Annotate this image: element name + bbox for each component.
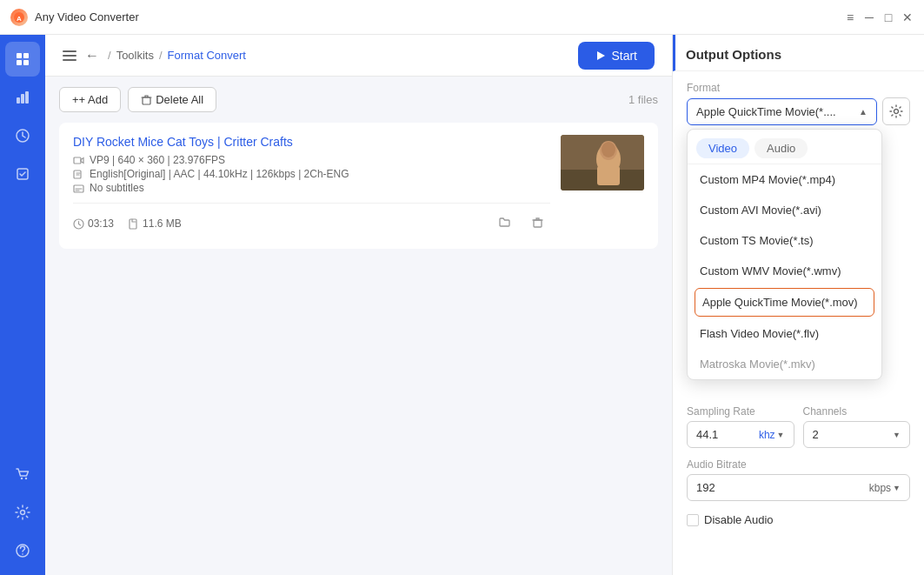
audio-bitrate-row: Audio Bitrate 192 kbps ▼ bbox=[687, 458, 910, 501]
breadcrumb-parent[interactable]: Toolkits bbox=[116, 49, 154, 62]
audio-meta-row: English[Original] | AAC | 44.10kHz | 126… bbox=[73, 168, 550, 180]
folder-action-btn[interactable] bbox=[491, 211, 517, 237]
file-count: 1 files bbox=[628, 93, 658, 106]
svg-rect-23 bbox=[534, 220, 542, 227]
file-size: 11.6 MB bbox=[143, 217, 182, 230]
dropdown-item-mov[interactable]: Apple QuickTime Movie(*.mov) bbox=[695, 288, 874, 317]
dropdown-item-wmv[interactable]: Custom WMV Movie(*.wmv) bbox=[688, 256, 881, 286]
svg-point-12 bbox=[25, 478, 27, 479]
svg-point-29 bbox=[602, 142, 615, 157]
breadcrumb-sep2: / bbox=[159, 49, 163, 62]
svg-point-15 bbox=[22, 553, 23, 555]
folder-icon bbox=[498, 216, 511, 229]
sampling-rate-value: 44.1 bbox=[696, 428, 718, 441]
svg-rect-8 bbox=[25, 91, 29, 104]
sidebar-item-settings[interactable] bbox=[5, 495, 40, 530]
svg-rect-6 bbox=[17, 97, 20, 104]
add-icon: + bbox=[72, 93, 79, 106]
breadcrumb-bar: ← / Toolkits / Format Convert Start bbox=[45, 35, 672, 77]
audio-bitrate-input[interactable]: 192 kbps ▼ bbox=[687, 474, 910, 501]
format-select-box[interactable]: Apple QuickTime Movie(*.... ▲ bbox=[687, 98, 877, 125]
sidebar-item-task[interactable] bbox=[5, 157, 40, 191]
format-dropdown: Video Audio Custom MP4 Movie(*.mp4) Cust… bbox=[687, 129, 882, 380]
sidebar-item-home[interactable] bbox=[5, 42, 40, 77]
file-meta: VP9 | 640 × 360 | 23.976FPS English[Orig… bbox=[73, 154, 550, 194]
audio-bitrate-label: Audio Bitrate bbox=[687, 458, 910, 471]
dropdown-item-mkv[interactable]: Matroska Movie(*.mkv) bbox=[688, 349, 881, 379]
close-btn[interactable]: ✕ bbox=[901, 11, 914, 23]
duration-item: 03:13 bbox=[73, 217, 114, 230]
breadcrumb-current: Format Convert bbox=[168, 49, 246, 62]
dropdown-tab-video[interactable]: Video bbox=[696, 138, 749, 158]
add-button[interactable]: + + Add bbox=[59, 87, 121, 112]
main-content: ← / Toolkits / Format Convert Start + + … bbox=[45, 35, 672, 575]
file-duration: 03:13 bbox=[88, 217, 114, 230]
file-footer: 03:13 11.6 MB bbox=[73, 203, 550, 237]
window-controls: ≡ ─ □ ✕ bbox=[844, 11, 914, 23]
file-item: DIY Rocket Mice Cat Toys | Critter Craft… bbox=[59, 123, 658, 249]
svg-marker-16 bbox=[597, 51, 605, 60]
sampling-rate-col: Sampling Rate 44.1 khz ▼ bbox=[687, 405, 794, 448]
file-title[interactable]: DIY Rocket Mice Cat Toys | Critter Craft… bbox=[73, 135, 550, 149]
delete-label: Delete All bbox=[156, 93, 203, 106]
sidebar-item-cart[interactable] bbox=[5, 457, 40, 491]
panel-header: Output Options bbox=[673, 35, 924, 71]
menu-btn[interactable]: ≡ bbox=[844, 11, 856, 23]
sidebar-item-chart[interactable] bbox=[5, 80, 40, 115]
svg-text:A: A bbox=[17, 15, 22, 23]
restore-btn[interactable]: □ bbox=[882, 11, 894, 23]
sampling-rate-arrow: ▼ bbox=[777, 431, 785, 439]
app-logo: A bbox=[10, 9, 28, 26]
file-list-area: DIY Rocket Mice Cat Toys | Critter Craft… bbox=[45, 123, 672, 575]
subtitle-icon bbox=[73, 183, 84, 194]
titlebar: A Any Video Converter ≡ ─ □ ✕ bbox=[0, 0, 924, 35]
audio-icon bbox=[73, 169, 84, 180]
dropdown-item-avi[interactable]: Custom AVI Movie(*.avi) bbox=[688, 195, 881, 225]
app-title: Any Video Converter bbox=[35, 10, 844, 23]
thumbnail-visual bbox=[561, 135, 644, 191]
menu-toggle[interactable] bbox=[63, 47, 80, 64]
sidebar-item-clock[interactable] bbox=[5, 118, 40, 153]
disable-audio-label: Disable Audio bbox=[704, 513, 774, 526]
settings-icon bbox=[889, 104, 903, 118]
svg-rect-18 bbox=[74, 157, 81, 164]
channels-col: Channels 2 ▼ bbox=[803, 405, 911, 448]
dropdown-tab-audio[interactable]: Audio bbox=[754, 138, 808, 158]
format-settings-btn[interactable] bbox=[882, 97, 910, 125]
dropdown-item-flv[interactable]: Flash Video Movie(*.flv) bbox=[688, 318, 881, 349]
disable-audio-checkbox[interactable] bbox=[687, 514, 699, 526]
delete-all-button[interactable]: Delete All bbox=[128, 87, 216, 112]
sampling-rate-label: Sampling Rate bbox=[687, 405, 794, 418]
sidebar-item-help[interactable] bbox=[5, 533, 40, 568]
sampling-channels-row: Sampling Rate 44.1 khz ▼ Channels 2 ▼ bbox=[687, 405, 910, 448]
file-thumbnail bbox=[561, 135, 644, 191]
minimize-btn[interactable]: ─ bbox=[863, 11, 875, 23]
dropdown-tabs: Video Audio bbox=[688, 130, 881, 164]
svg-rect-4 bbox=[17, 60, 22, 65]
video-info: VP9 | 640 × 360 | 23.976FPS bbox=[90, 154, 225, 166]
sampling-rate-input[interactable]: 44.1 khz ▼ bbox=[687, 421, 794, 448]
delete-action-btn[interactable] bbox=[524, 211, 550, 237]
start-button[interactable]: Start bbox=[578, 42, 655, 70]
duration-icon bbox=[73, 218, 84, 230]
format-value: Apple QuickTime Movie(*.... bbox=[696, 105, 836, 118]
subtitle-meta-row: No subtitles bbox=[73, 182, 550, 194]
delete-icon bbox=[531, 216, 544, 229]
svg-rect-28 bbox=[597, 166, 620, 185]
dropdown-arrow-icon: ▲ bbox=[859, 107, 867, 117]
audio-bitrate-arrow: ▼ bbox=[893, 484, 901, 492]
svg-rect-2 bbox=[17, 53, 22, 58]
channels-arrow: ▼ bbox=[893, 431, 901, 439]
add-label: + Add bbox=[79, 93, 109, 106]
channels-select[interactable]: 2 ▼ bbox=[803, 421, 911, 448]
svg-rect-22 bbox=[130, 219, 136, 229]
dropdown-item-ts[interactable]: Custom TS Movie(*.ts) bbox=[688, 225, 881, 256]
sampling-rate-unit: khz bbox=[759, 429, 775, 441]
dropdown-item-mp4[interactable]: Custom MP4 Movie(*.mp4) bbox=[688, 164, 881, 195]
back-button[interactable]: ← bbox=[85, 48, 99, 64]
audio-info: English[Original] | AAC | 44.10kHz | 126… bbox=[90, 168, 349, 180]
file-icon bbox=[128, 218, 139, 230]
sidebar bbox=[0, 35, 45, 575]
svg-point-13 bbox=[21, 511, 25, 515]
svg-rect-7 bbox=[21, 94, 24, 104]
